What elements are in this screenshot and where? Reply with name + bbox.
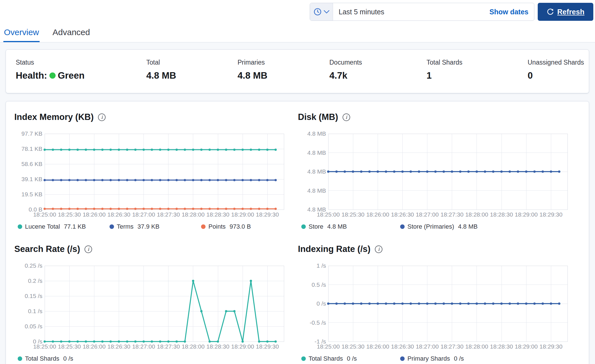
legend-dot-icon bbox=[110, 224, 114, 229]
legend-series-name: Total Shards bbox=[309, 355, 343, 362]
stat-total-shards: Total Shards 1 bbox=[427, 59, 462, 81]
y-tick-label: 4.8 MB bbox=[298, 130, 326, 137]
metrics-charts-panel: Index Memory (KB) i 97.7 KB78.1 KB58.6 K… bbox=[6, 101, 589, 364]
x-tick-label: 18:29:30 bbox=[535, 343, 566, 350]
refresh-label: Refresh bbox=[557, 8, 585, 16]
y-axis-labels: 1 /s0.5 /s0 /s-0.5 /s-1 /s bbox=[298, 266, 326, 342]
legend-series-value: 973.0 B bbox=[230, 223, 251, 230]
legend-dot-icon bbox=[201, 224, 206, 229]
legend-dot-icon bbox=[18, 356, 22, 361]
legend-series-name: Points bbox=[208, 223, 225, 230]
x-axis-labels: 18:25:0018:25:3018:26:0018:26:3018:27:00… bbox=[45, 211, 284, 219]
x-tick-label: 18:29:30 bbox=[535, 211, 566, 218]
info-icon[interactable]: i bbox=[98, 113, 106, 121]
page-header: Last 5 minutes Show dates Refresh Overvi… bbox=[0, 0, 595, 42]
legend-series-value: 0 /s bbox=[347, 355, 357, 362]
chevron-down-icon bbox=[324, 10, 329, 13]
y-tick-label: 78.1 KB bbox=[14, 145, 42, 153]
chart-title: Index Memory (KB) bbox=[14, 112, 94, 122]
x-axis-labels: 18:25:0018:25:3018:26:0018:26:3018:27:00… bbox=[328, 211, 567, 219]
refresh-button[interactable]: Refresh bbox=[538, 3, 593, 21]
stat-total: Total 4.8 MB bbox=[146, 59, 176, 81]
y-tick-label: 58.6 KB bbox=[14, 160, 42, 168]
legend-item[interactable]: Points973.0 B bbox=[201, 223, 293, 230]
stat-value: 0 bbox=[528, 70, 584, 81]
chart-legend: Lucene Total77.1 KBTerms37.9 KBPoints973… bbox=[18, 223, 293, 230]
legend-item[interactable]: Lucene Total77.1 KB bbox=[18, 223, 110, 230]
y-tick-label: 0.1 /s bbox=[14, 308, 42, 315]
chart-legend: Total Shards0 /sPrimary Shards0 /s bbox=[301, 355, 576, 362]
info-icon[interactable]: i bbox=[343, 113, 350, 121]
y-tick-label: 4.8 MB bbox=[298, 187, 326, 194]
legend-item[interactable]: Primary Shards0 /s bbox=[400, 355, 499, 362]
legend-series-value: 4.8 MB bbox=[327, 223, 347, 230]
y-tick-label: 0.05 /s bbox=[14, 323, 42, 330]
legend-item[interactable]: Store (Primaries)4.8 MB bbox=[400, 223, 499, 230]
x-tick-label: 18:29:30 bbox=[252, 211, 283, 218]
legend-series-value: 0 /s bbox=[63, 355, 73, 362]
stat-label: Documents bbox=[329, 59, 362, 66]
y-tick-label: 0.15 /s bbox=[14, 292, 42, 300]
legend-dot-icon bbox=[400, 224, 405, 229]
date-value-field[interactable]: Last 5 minutes Show dates bbox=[333, 3, 534, 21]
health-value: Green bbox=[58, 70, 85, 81]
legend-item[interactable]: Store4.8 MB bbox=[301, 223, 400, 230]
stat-label: Primaries bbox=[238, 59, 267, 66]
y-tick-label: 1 /s bbox=[298, 262, 326, 269]
tab-overview[interactable]: Overview bbox=[3, 28, 40, 42]
stat-unassigned-shards: Unassigned Shards 0 bbox=[528, 59, 584, 81]
chart-title: Indexing Rate (/s) bbox=[298, 244, 370, 254]
y-axis-labels: 97.7 KB78.1 KB58.6 KB39.1 KB19.5 KB0.0 B bbox=[14, 134, 42, 210]
refresh-icon bbox=[547, 8, 554, 15]
plot-area bbox=[328, 134, 567, 210]
time-controls: Last 5 minutes Show dates Refresh bbox=[310, 3, 593, 21]
legend-item[interactable]: Total Shards0 /s bbox=[301, 355, 400, 362]
legend-dot-icon bbox=[301, 356, 306, 361]
stat-documents: Documents 4.7k bbox=[329, 59, 362, 81]
chart-title: Disk (MB) bbox=[298, 112, 338, 122]
y-tick-label: 4.8 MB bbox=[298, 149, 326, 156]
quick-select-button[interactable] bbox=[310, 3, 333, 21]
y-tick-label: 0.5 /s bbox=[298, 281, 326, 288]
legend-dot-icon bbox=[400, 356, 405, 361]
chart-legend: Total Shards0 /s bbox=[18, 355, 293, 362]
legend-dot-icon bbox=[301, 224, 306, 229]
x-tick-label: 18:29:30 bbox=[252, 343, 283, 350]
y-tick-label: 39.1 KB bbox=[14, 176, 42, 183]
date-picker: Last 5 minutes Show dates bbox=[310, 3, 534, 21]
legend-series-name: Store (Primaries) bbox=[407, 223, 454, 230]
plot-area bbox=[45, 266, 284, 342]
info-icon[interactable]: i bbox=[85, 245, 92, 253]
stat-label: Total Shards bbox=[427, 59, 462, 66]
index-summary-panel: Status Health: Green Total 4.8 MB Primar… bbox=[6, 49, 589, 93]
y-axis-labels: 0.25 /s0.2 /s0.15 /s0.1 /s0.05 /s0 /s bbox=[14, 266, 42, 342]
health-prefix: Health: bbox=[16, 70, 47, 81]
y-tick-label: 19.5 KB bbox=[14, 191, 42, 198]
y-tick-label: 4.8 MB bbox=[298, 168, 326, 175]
legend-series-value: 4.8 MB bbox=[458, 223, 478, 230]
stat-value: 1 bbox=[427, 70, 462, 81]
legend-series-name: Total Shards bbox=[25, 355, 59, 362]
y-axis-labels: 4.8 MB4.8 MB4.8 MB4.8 MB4.8 MB bbox=[298, 134, 326, 210]
legend-item[interactable]: Terms37.9 KB bbox=[110, 223, 201, 230]
stat-value: 4.7k bbox=[329, 70, 362, 81]
y-tick-label: -0.5 /s bbox=[298, 319, 326, 326]
y-tick-label: 97.7 KB bbox=[14, 130, 42, 137]
x-axis-labels: 18:25:0018:25:3018:26:0018:26:3018:27:00… bbox=[45, 343, 284, 351]
y-tick-label: 0 /s bbox=[298, 300, 326, 307]
tab-advanced[interactable]: Advanced bbox=[52, 28, 90, 42]
stat-value: 4.8 MB bbox=[146, 70, 176, 81]
stat-label: Status bbox=[16, 59, 85, 66]
show-dates-link[interactable]: Show dates bbox=[489, 8, 528, 16]
tab-bar: Overview Advanced bbox=[3, 28, 90, 42]
chart-disk: Disk (MB) i 4.8 MB4.8 MB4.8 MB4.8 MB4.8 … bbox=[298, 111, 576, 230]
chart-search-rate: Search Rate (/s) i 0.25 /s0.2 /s0.15 /s0… bbox=[14, 243, 293, 362]
y-tick-label: 0.2 /s bbox=[14, 277, 42, 285]
y-tick-label: 0.25 /s bbox=[14, 262, 42, 269]
health-dot-icon bbox=[49, 72, 56, 79]
legend-item[interactable]: Total Shards0 /s bbox=[18, 355, 117, 362]
legend-series-name: Store bbox=[309, 223, 323, 230]
info-icon[interactable]: i bbox=[375, 245, 382, 253]
legend-series-value: 37.9 KB bbox=[138, 223, 159, 230]
stat-label: Unassigned Shards bbox=[528, 59, 584, 66]
